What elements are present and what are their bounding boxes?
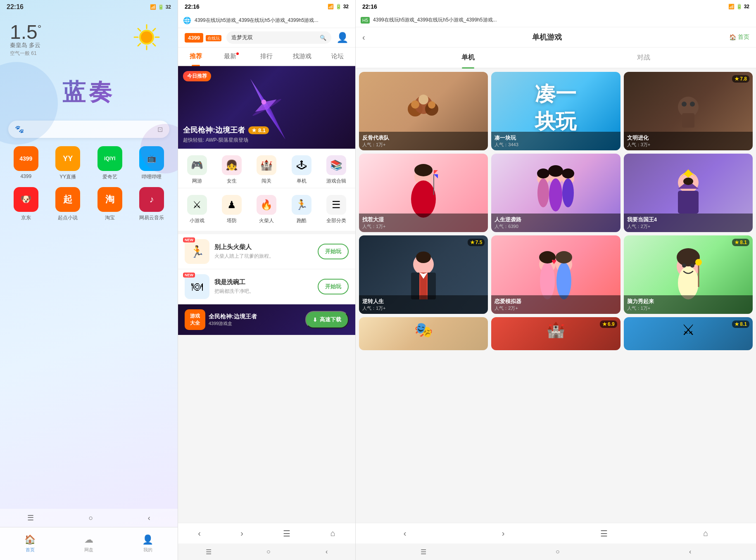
tab-forum[interactable]: 论坛 — [320, 47, 355, 65]
svg-point-61 — [682, 263, 686, 268]
cat-allcategory[interactable]: ☰ 全部分类 — [321, 195, 352, 224]
game-banner[interactable]: 今日推荐 全民枪神:边境王者 ★ 8.1 超快轻狙: AWP-陨落星痕登场 — [178, 66, 355, 149]
tab-recommend[interactable]: 推荐 — [178, 47, 214, 65]
browser-back-btn[interactable]: ‹ — [198, 529, 201, 538]
app-item-qidian[interactable]: 起 起点小说 — [50, 187, 86, 221]
cat-icon-allcategory: ☰ — [326, 195, 346, 215]
browser-home-btn[interactable]: ⌂ — [330, 529, 335, 538]
game-card-7[interactable]: ♥ 恋爱模拟器 人气：2万+ — [491, 235, 620, 314]
sys-menu-icon[interactable]: ☰ — [206, 548, 212, 556]
games-home-btn[interactable]: 🏠 首页 — [729, 33, 749, 41]
menu-btn[interactable]: ☰ — [27, 513, 34, 522]
game-card-footer-8: 脑力秀起来 人气：1万+ — [624, 295, 753, 314]
game-card-9[interactable]: 🎭 — [359, 317, 488, 350]
games-tabs: 单机 对战 — [356, 47, 756, 69]
category-grid-2: ⚔ 小游戏 ♟ 塔防 🔥 火柴人 🏃 跑酷 ☰ 全部分类 — [178, 188, 355, 231]
game-card-2[interactable]: ★ 7.8 文明进化 人气：3万+ — [624, 72, 753, 150]
play-btn-1[interactable]: 开始玩 — [318, 279, 349, 294]
banner-rating: ★ 8.1 — [248, 126, 269, 134]
profile-nav-icon: 👤 — [142, 534, 153, 545]
nav-item-profile[interactable]: 👤 我的 — [142, 534, 153, 553]
download-btn[interactable]: ⬇ 高速下载 — [305, 311, 349, 328]
browser-search-bar[interactable]: 造梦无双 🔍 — [226, 31, 331, 44]
svg-marker-30 — [434, 174, 438, 178]
tab-single[interactable]: 单机 — [380, 47, 556, 68]
cat-youxiheji[interactable]: 📚 游戏合辑 — [321, 155, 352, 185]
cat-paoku[interactable]: 🏃 跑酷 — [286, 195, 317, 224]
games-back-nav-btn[interactable]: ‹ — [404, 529, 407, 538]
play-btn-0[interactable]: 开始玩 — [318, 244, 349, 259]
tab-latest[interactable]: 最新 — [214, 47, 249, 65]
browser-time: 22:16 — [185, 3, 200, 10]
svg-point-27 — [414, 164, 433, 176]
game-card-1[interactable]: 凑一块玩 凑一块玩 人气：3443 — [491, 72, 620, 150]
app-item-netease[interactable]: ♪ 网易云音乐 — [134, 187, 170, 221]
cat-wangyou[interactable]: 🎮 网游 — [181, 155, 213, 185]
game-card-footer-3: 找茬大湿 人气：1万+ — [359, 214, 488, 232]
app-item-iqiyi[interactable]: iQIYI 爱奇艺 — [92, 146, 128, 180]
nav-item-cloud[interactable]: ☁ 网盘 — [84, 534, 93, 553]
game-card-3[interactable]: 找茬大湿 人气：1万+ — [359, 154, 488, 232]
games-menu-btn[interactable]: ☰ — [600, 529, 608, 539]
cat-icon-tafang: ♟ — [222, 195, 242, 215]
app-item-jd[interactable]: 🐶 京东 — [8, 187, 44, 221]
app-item-yy[interactable]: YY YY直播 — [50, 146, 86, 180]
app-icon-taobao: 淘 — [97, 187, 122, 212]
game-card-4[interactable]: 人生逆袭路 人气：6390 — [491, 154, 620, 232]
tab-find-game[interactable]: 找游戏 — [284, 47, 320, 65]
banner-image: 今日推荐 全民枪神:边境王者 ★ 8.1 超快轻狙: AWP-陨落星痕登场 — [178, 66, 355, 149]
sys-home-icon[interactable]: ○ — [266, 548, 271, 555]
svg-point-19 — [428, 101, 435, 109]
weather-sun-icon — [132, 23, 161, 53]
svg-line-9 — [138, 43, 140, 46]
svg-text:♥: ♥ — [552, 257, 556, 266]
games-forward-nav-btn[interactable]: › — [502, 529, 505, 538]
games-bottom-nav: ‹ › ☰ ⌂ — [356, 523, 756, 543]
game-list: 🏃 NEW 别上头火柴人 火柴人踏上了坑爹的旅程。 开始玩 🍽 NEW 我是洗碗… — [178, 234, 355, 304]
cat-nvsheng[interactable]: 👧 女生 — [216, 155, 247, 185]
game-card-footer-1: 凑一块玩 人气：3443 — [491, 132, 620, 150]
svg-point-34 — [537, 178, 549, 207]
svg-point-23 — [690, 102, 695, 107]
home-btn[interactable]: ○ — [89, 514, 93, 522]
browser-menu-btn[interactable]: ☰ — [283, 529, 290, 539]
game-card-10[interactable]: 🏰 ★ 6.9 — [491, 317, 620, 350]
tab-ranking[interactable]: 排行 — [249, 47, 285, 65]
cat-danjia[interactable]: 🕹 单机 — [286, 155, 317, 185]
nav-item-home[interactable]: 🏠 首页 — [24, 534, 36, 553]
game-card-6[interactable]: ★ 7.5 逆转人生 人气：1万+ — [359, 235, 488, 314]
browser-bottom-nav: ‹ › ☰ ⌂ — [178, 523, 355, 543]
cat-tafang[interactable]: ♟ 塔防 — [216, 195, 247, 224]
cloud-nav-icon: ☁ — [84, 534, 93, 545]
game-card-11[interactable]: ⚔ ★ 8.1 — [624, 317, 753, 350]
cat-xiaoyouxi[interactable]: ⚔ 小游戏 — [181, 195, 213, 224]
download-banner[interactable]: 游戏大全 全民枪神:边境王者 4399游戏盒 ⬇ 高速下载 — [178, 304, 355, 335]
game-card-8[interactable]: ★ 8.1 脑力秀起来 人气：1万+ — [624, 235, 753, 314]
games-sys-home[interactable]: ○ — [556, 548, 560, 555]
browser-address-bar[interactable]: 🌐 4399在线玩h5游戏_4399在线玩h5小游戏_4399h5游戏... — [178, 13, 355, 28]
games-back-btn[interactable]: ‹ — [362, 33, 365, 42]
game-card-0[interactable]: 反骨代表队 人气：1万+ — [359, 72, 488, 150]
games-sys-back[interactable]: ‹ — [689, 548, 691, 555]
cat-icon-chuangguan: 🏰 — [257, 155, 276, 175]
game-thumb-0: 🏃 NEW — [185, 239, 209, 264]
cat-icon-paoku: 🏃 — [292, 195, 311, 215]
game-list-item-0[interactable]: 🏃 NEW 别上头火柴人 火柴人踏上了坑爹的旅程。 开始玩 — [178, 234, 355, 269]
svg-point-18 — [418, 95, 428, 104]
browser-forward-btn[interactable]: › — [240, 529, 243, 538]
games-address-bar[interactable]: H5 4399在线玩h5游戏_4399在线玩h5小游戏_4399h5游戏... — [356, 13, 756, 27]
games-sys-menu[interactable]: ☰ — [421, 548, 426, 556]
svg-point-22 — [682, 102, 687, 107]
cat-huochairen[interactable]: 🔥 火柴人 — [251, 195, 282, 224]
games-home-nav-btn[interactable]: ⌂ — [703, 529, 708, 538]
game-card-5[interactable]: 我要当国王4 人气：2万+ — [624, 154, 753, 232]
app-item-4399[interactable]: 4399 4399 — [8, 146, 44, 180]
game-info-0: 别上头火柴人 火柴人踏上了坑爹的旅程。 — [214, 243, 313, 260]
sys-back-icon[interactable]: ‹ — [326, 548, 328, 555]
svg-point-17 — [411, 100, 419, 109]
app-item-taobao[interactable]: 淘 淘宝 — [92, 187, 128, 221]
tab-battle[interactable]: 对战 — [556, 47, 732, 68]
game-list-item-1[interactable]: 🍽 NEW 我是洗碗工 把碗都洗干净吧。 开始玩 — [178, 269, 355, 304]
cat-chuangguan[interactable]: 🏰 闯关 — [251, 155, 282, 185]
back-btn[interactable]: ‹ — [148, 514, 150, 522]
